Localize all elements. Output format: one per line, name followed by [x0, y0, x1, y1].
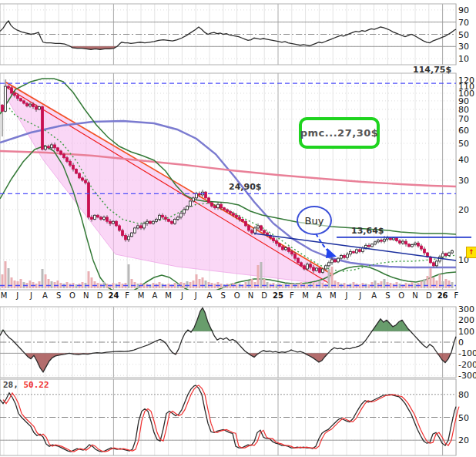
price-ytick: 50 [458, 139, 469, 149]
cci-ytick: 100 [458, 327, 474, 337]
x-axis-label: 26 [437, 291, 448, 300]
stoch-d-line [3, 385, 459, 452]
pmc-price-text: pmc...27,30$ [300, 127, 379, 139]
stoch-k-value: 28, [3, 380, 18, 390]
x-axis-label: A [317, 291, 322, 300]
cci-ytick: -300 [458, 371, 476, 381]
up-arrow-icon: ↑ [468, 248, 474, 256]
x-axis-label: F [454, 291, 459, 300]
x-axis: MJJASOND24FMAMJJASOND25FMAMJJASOND26F [1, 291, 459, 300]
last-price-tag[interactable]: ↑ [466, 247, 476, 258]
trading-chart-window: 90705030103002001000-100-200-30080502012… [0, 0, 476, 457]
cci-panel: 3002001000-100-200-300 [0, 304, 476, 381]
x-axis-label: J [15, 291, 18, 300]
stoch-panel: 805020 [0, 385, 469, 452]
x-axis-label: J [29, 291, 32, 300]
chart-canvas: 90705030103002001000-100-200-30080502012… [0, 0, 476, 457]
price-ytick: 70 [458, 114, 469, 124]
x-axis-label: O [69, 291, 75, 300]
x-axis-label: 25 [273, 291, 283, 300]
x-axis-label: N [248, 291, 253, 300]
x-axis-label: O [398, 291, 404, 300]
price-ytick: 20 [458, 205, 469, 215]
buy-annotation-text: Buy [305, 215, 324, 227]
rsi-panel: 9070503010 [0, 5, 469, 64]
price-level-label-low: 13,64$ [351, 226, 384, 236]
price-ytick: 60 [458, 126, 469, 136]
x-axis-label: F [290, 291, 294, 300]
x-axis-label: A [42, 291, 48, 300]
x-axis-label: J [194, 291, 197, 300]
price-ytick: 80 [458, 105, 469, 115]
x-axis-label: S [221, 291, 226, 300]
x-axis-label: M [138, 291, 145, 300]
buy-annotation[interactable]: Buy [297, 206, 332, 235]
pmc-price-box[interactable]: pmc...27,30$ [299, 117, 380, 149]
rsi-ytick: 30 [458, 42, 469, 52]
stoch-ytick: 50 [458, 413, 469, 423]
x-axis-label: M [302, 291, 309, 300]
x-axis-label: F [125, 291, 129, 300]
x-axis-label: A [207, 291, 213, 300]
x-axis-label: S [385, 291, 390, 300]
price-level-label-high: 114,75$ [413, 65, 450, 75]
x-axis-label: A [371, 291, 377, 300]
x-axis-label: J [358, 291, 361, 300]
stoch-ytick: 80 [458, 390, 469, 400]
x-axis-label: M [1, 291, 8, 300]
price-ytick: 40 [458, 155, 469, 165]
x-axis-label: 24 [108, 291, 119, 300]
x-axis-label: A [152, 291, 157, 300]
buy-arrow-head [326, 248, 337, 258]
stoch-ytick: 20 [458, 435, 469, 445]
cci-ytick: 200 [458, 315, 474, 325]
price-level-label-mid: 24,90$ [229, 182, 261, 192]
cci-ytick: -100 [458, 348, 476, 358]
x-axis-label: D [261, 291, 267, 300]
x-axis-label: J [345, 291, 348, 300]
x-axis-label: S [56, 291, 61, 300]
x-axis-label: O [234, 291, 240, 300]
x-axis-label: N [83, 291, 89, 300]
stoch-readout: 28, 50.22 [3, 380, 49, 390]
x-axis-label: D [97, 291, 103, 300]
x-axis-label: J [180, 291, 183, 300]
x-axis-label: N [412, 291, 417, 300]
cci-ytick: -200 [458, 360, 476, 370]
cci-ytick: 0 [458, 338, 464, 348]
rsi-ytick: 50 [458, 30, 469, 40]
x-axis-label: D [426, 291, 432, 300]
rsi-ytick: 70 [458, 18, 469, 28]
rsi-ytick: 10 [458, 54, 469, 64]
x-axis-label: M [330, 291, 337, 300]
cci-ytick: 300 [458, 304, 474, 314]
price-ytick: 30 [458, 176, 469, 186]
x-axis-label: M [165, 291, 172, 300]
stoch-d-value: 50.22 [24, 380, 49, 390]
rsi-ytick: 90 [458, 5, 469, 15]
